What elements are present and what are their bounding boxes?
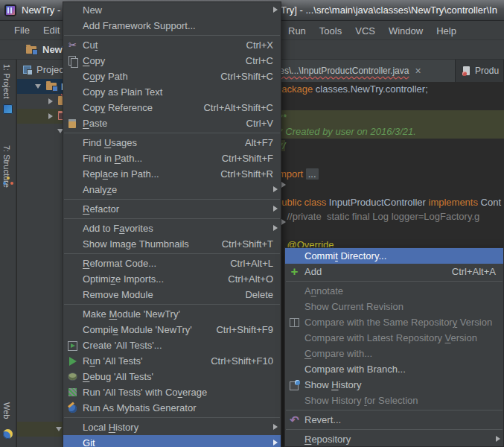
menu-item-paste[interactable]: PasteCtrl+V <box>63 115 281 131</box>
no-icon <box>66 258 79 270</box>
tool-tab-web[interactable]: Web <box>2 402 11 419</box>
code-segment: public class <box>276 197 329 208</box>
context-menu: NewAdd Framework Support...CutCtrl+XCopy… <box>63 1 281 447</box>
submenu-arrow-icon <box>273 424 278 430</box>
no-icon <box>66 437 79 447</box>
menu-item-label: Compare with the Same Repository Version <box>304 317 496 328</box>
menu-item-compare-with-the-same-repository-version[interactable]: Compare with the Same Repository Version <box>285 314 503 330</box>
mybatis-icon <box>66 402 79 414</box>
menu-item-show-history[interactable]: Show History <box>285 377 503 393</box>
menu-item-show-image-thumbnails[interactable]: Show Image ThumbnailsCtrl+Shift+T <box>63 236 281 252</box>
project-folder-icon <box>46 83 57 90</box>
menu-item-optimize-imports[interactable]: Optimize Imports...Ctrl+Alt+O <box>63 271 281 287</box>
intellij-tool-icon[interactable] <box>3 104 13 114</box>
debug-icon <box>66 371 79 383</box>
code-line: //private static final Log logger=LogFac… <box>253 209 504 224</box>
menu-item-annotate[interactable]: Annotate <box>285 283 503 299</box>
editor-tab-input-product-controller[interactable]: classes\...\InputProductController.java <box>253 60 456 82</box>
menu-separator <box>64 253 280 254</box>
code-line <box>253 181 504 195</box>
menu-item-replace-in-path[interactable]: Replace in Path...Ctrl+Shift+R <box>63 166 281 182</box>
menu-item-create-all-tests[interactable]: Create 'All Tests'... <box>63 337 281 353</box>
menu-item-label: Show Current Revision <box>304 301 496 312</box>
menu-item-copy-as-plain-text[interactable]: Copy as Plain Text <box>63 84 281 100</box>
project-folder-icon <box>26 46 36 54</box>
menu-item-refactor[interactable]: Refactor <box>63 201 281 217</box>
menu-item-label: Run 'All Tests' <box>83 355 200 367</box>
menu-item-make-module-newtry[interactable]: Make Module 'NewTry' <box>63 306 281 322</box>
menu-item-add-to-favorites[interactable]: Add to Favorites <box>63 221 281 236</box>
chevron-down-icon[interactable] <box>56 427 62 431</box>
menu-separator <box>64 199 280 200</box>
tool-tab-project[interactable]: 1: Project <box>2 64 11 98</box>
menu-item-find-in-path[interactable]: Find in Path...Ctrl+Shift+F <box>63 150 281 166</box>
menubar-item-run[interactable]: Run <box>281 23 313 39</box>
menubar-item-tools[interactable]: Tools <box>313 23 348 39</box>
menu-item-label: Copy <box>83 55 235 66</box>
menu-item-repository[interactable]: Repository <box>285 431 503 447</box>
structure-icon[interactable] <box>3 176 13 186</box>
menu-item-remove-module[interactable]: Remove ModuleDelete <box>63 287 281 302</box>
menu-item-label: Run 'All Tests' with Coverage <box>83 387 273 398</box>
menu-shortcut: Alt+F7 <box>245 137 273 148</box>
menu-item-git[interactable]: Git <box>63 435 281 447</box>
code-line: package classes.NewTry.controller; <box>253 82 504 96</box>
menu-item-copy-reference[interactable]: Copy ReferenceCtrl+Alt+Shift+C <box>63 100 281 115</box>
add-icon <box>288 266 301 278</box>
menu-item-revert[interactable]: Revert... <box>285 412 503 428</box>
menu-item-copy[interactable]: CopyCtrl+C <box>63 53 281 69</box>
no-icon <box>66 203 79 215</box>
menu-item-label: Compare with... <box>304 348 496 359</box>
java-file-error-icon <box>462 66 471 76</box>
menu-item-label: Replace in Path... <box>83 168 210 180</box>
menubar-item-window[interactable]: Window <box>382 23 430 39</box>
chevron-right-icon[interactable] <box>48 98 53 104</box>
window-title-right: Try] - ...\src\main\java\classes\NewTry\… <box>281 4 497 16</box>
close-icon[interactable] <box>415 65 421 77</box>
menu-item-run-all-tests[interactable]: Run 'All Tests'Ctrl+Shift+F10 <box>63 353 281 369</box>
chevron-right-icon[interactable] <box>48 113 53 119</box>
menu-item-new[interactable]: New <box>63 2 281 18</box>
editor-tab-bar: classes\...\InputProductController.javaP… <box>253 60 504 82</box>
menu-separator <box>64 218 280 219</box>
web-globe-icon[interactable] <box>3 429 13 439</box>
menu-item-compare-with[interactable]: Compare with... <box>285 346 503 361</box>
menu-item-label: Run As Mybatis Generator <box>83 402 273 413</box>
code-segment: ... <box>306 168 319 180</box>
menu-item-copy-path[interactable]: Copy PathCtrl+Shift+C <box>63 69 281 84</box>
menu-item-commit-directory[interactable]: Commit Directory... <box>285 248 503 264</box>
menu-item-cut[interactable]: CutCtrl+X <box>63 37 281 53</box>
menu-item-compare-with-latest-repository-version[interactable]: Compare with Latest Repository Version <box>285 330 503 346</box>
menu-item-add-framework-support[interactable]: Add Framework Support... <box>63 18 281 34</box>
no-icon <box>66 223 79 235</box>
menu-item-label: Add Framework Support... <box>83 20 273 31</box>
menu-item-debug-all-tests[interactable]: Debug 'All Tests' <box>63 369 281 384</box>
menu-item-label: Compare with Branch... <box>304 364 496 375</box>
menu-item-analyze[interactable]: Analyze <box>63 182 281 197</box>
chevron-down-icon[interactable] <box>35 84 41 89</box>
fold-marker[interactable] <box>281 182 286 188</box>
menu-item-label: Show History <box>304 379 496 390</box>
menubar-item-help[interactable]: Help <box>430 23 463 39</box>
menu-item-compile-module-newtry[interactable]: Compile Module 'NewTry'Ctrl+Shift+F9 <box>63 322 281 337</box>
menu-item-add[interactable]: AddCtrl+Alt+A <box>285 264 503 279</box>
menu-item-label: Add to Favorites <box>83 223 273 234</box>
menu-item-run-as-mybatis-generator[interactable]: Run As Mybatis Generator <box>63 400 281 416</box>
menu-item-find-usages[interactable]: Find UsagesAlt+F7 <box>63 135 281 150</box>
menubar-item-vcs[interactable]: VCS <box>348 23 382 39</box>
menu-item-run-all-tests-with-coverage[interactable]: Run 'All Tests' with Coverage <box>63 384 281 400</box>
menu-item-compare-with-branch[interactable]: Compare with Branch... <box>285 361 503 377</box>
menu-item-show-current-revision[interactable]: Show Current Revision <box>285 299 503 314</box>
menu-item-show-history-for-selection[interactable]: Show History for Selection <box>285 393 503 408</box>
copy-icon <box>66 55 79 67</box>
menu-item-reformat-code[interactable]: Reformat Code...Ctrl+Alt+L <box>63 256 281 271</box>
menubar-item-file[interactable]: File <box>7 22 36 38</box>
menu-item-label: Find Usages <box>83 137 235 148</box>
menu-item-local-history[interactable]: Local History <box>63 419 281 435</box>
fold-marker[interactable] <box>281 219 286 225</box>
menu-shortcut: Ctrl+Shift+F9 <box>216 324 273 335</box>
menu-item-label: Make Module 'NewTry' <box>83 308 273 320</box>
code-line: import ... <box>253 167 504 181</box>
editor-tab-product[interactable]: Produ <box>456 60 504 82</box>
menu-item-label: Analyze <box>83 184 273 195</box>
